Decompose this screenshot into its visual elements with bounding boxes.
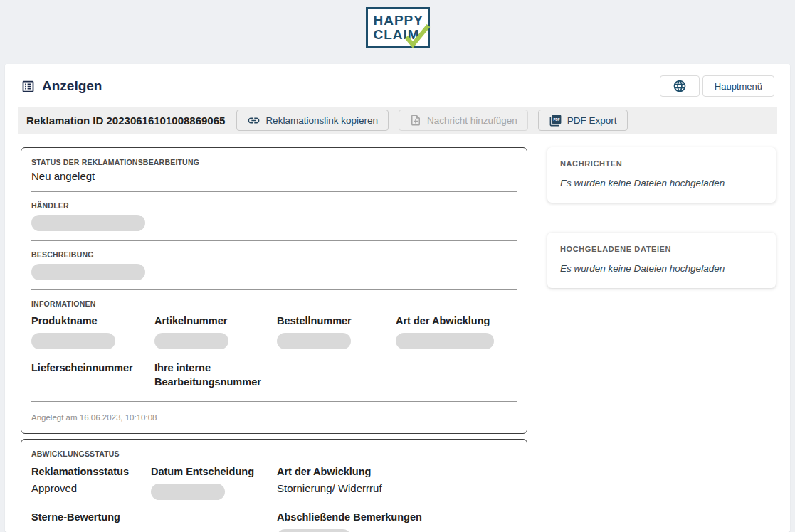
haendler-label: HÄNDLER (31, 201, 517, 210)
title-row: Anzeigen Hauptmenü (13, 74, 782, 107)
abwicklung-art-value: Stornierung/ Widerrruf (277, 482, 517, 494)
globe-icon (673, 79, 687, 93)
claim-details-column: STATUS DER REKLAMATIONSBEARBEITUNG Neu a… (21, 147, 527, 532)
reklamationsstatus-field: Reklamationsstatus Approved (31, 464, 151, 500)
produktname-redacted-value (31, 333, 115, 349)
art-der-abwicklung-redacted-value (396, 333, 494, 349)
abwicklungsstatus-label: ABWICKLUNGSSTATUS (31, 449, 517, 458)
claim-id: Reklamation ID 20230616101008869065 (26, 115, 225, 127)
page-title: Anzeigen (42, 78, 102, 94)
artikelnummer-label: Artikelnummer (154, 314, 267, 328)
datum-entscheidung-field: Datum Entscheidung (151, 464, 277, 500)
language-globe-button[interactable] (660, 75, 700, 97)
lieferscheinnummer-label: Lieferscheinnummer (31, 361, 154, 375)
nachrichten-title: NACHRICHTEN (560, 159, 763, 168)
divider (31, 289, 517, 290)
sidebar: NACHRICHTEN Es wurden keine Dateien hoch… (547, 147, 776, 532)
status-value: Neu angelegt (31, 170, 517, 182)
note-add-icon (409, 114, 422, 127)
content-row: STATUS DER REKLAMATIONSBEARBEITUNG Neu a… (21, 147, 777, 532)
add-message-button[interactable]: Nachricht hinzufügen (399, 110, 528, 131)
happy-claim-logo: HAPPY CLAIM (366, 7, 430, 48)
main-content-card: Anzeigen Hauptmenü Reklamation ID 202306… (5, 64, 790, 532)
bestellnummer-field: Bestellnummer (277, 314, 396, 349)
hochgeladene-dateien-card: HOCHGELADENE DATEIEN Es wurden keine Dat… (547, 233, 776, 288)
divider (31, 240, 517, 241)
claim-details-panel: STATUS DER REKLAMATIONSBEARBEITUNG Neu a… (21, 147, 527, 434)
sterne-bewertung-field: Sterne-Bewertung (31, 510, 277, 532)
copy-claim-link-label: Reklamationslink kopieren (265, 115, 378, 126)
abwicklung-art-label: Art der Abwicklung (277, 464, 517, 479)
list-alt-icon (21, 79, 36, 94)
bestellnummer-label: Bestellnummer (277, 314, 386, 328)
produktname-field: Produktname (31, 314, 154, 349)
art-der-abwicklung-label: Art der Abwicklung (396, 314, 507, 328)
top-header: HAPPY CLAIM (0, 0, 795, 64)
interne-nummer-field: Ihre interne Bearbeitungsnummer (154, 361, 517, 392)
lieferscheinnummer-field: Lieferscheinnummer (31, 361, 154, 392)
artikelnummer-field: Artikelnummer (154, 314, 277, 349)
hochgeladene-dateien-title: HOCHGELADENE DATEIEN (560, 245, 763, 253)
informationen-section: INFORMATIONEN Produktname Artikelnummer … (31, 299, 517, 392)
pdf-icon: PDF (549, 114, 562, 127)
logo-checkmark-icon (402, 23, 431, 48)
nachrichten-card: NACHRICHTEN Es wurden keine Dateien hoch… (547, 147, 776, 203)
beschreibung-field: BESCHREIBUNG (31, 250, 517, 280)
link-icon (247, 114, 260, 127)
abwicklung-art-field: Art der Abwicklung Stornierung/ Widerrru… (277, 464, 517, 500)
pdf-export-button[interactable]: PDF PDF Export (538, 110, 628, 131)
hochgeladene-dateien-empty-text: Es wurden keine Dateien hochgeladen (560, 263, 763, 274)
status-label: STATUS DER REKLAMATIONSBEARBEITUNG (31, 158, 517, 166)
haendler-redacted-value (31, 215, 145, 231)
datum-entscheidung-label: Datum Entscheidung (151, 464, 277, 479)
reklamationsstatus-value: Approved (31, 482, 151, 494)
bemerkungen-redacted-value (277, 529, 351, 532)
art-der-abwicklung-field: Art der Abwicklung (396, 314, 517, 349)
status-field: STATUS DER REKLAMATIONSBEARBEITUNG Neu a… (31, 158, 517, 182)
bemerkungen-label: Abschließende Bemerkungen (277, 510, 517, 524)
svg-text:PDF: PDF (553, 118, 559, 122)
claim-id-bar: Reklamation ID 20230616101008869065 Rekl… (18, 107, 777, 134)
divider (31, 191, 517, 192)
reklamationsstatus-label: Reklamationsstatus (31, 464, 151, 479)
produktname-label: Produktname (31, 314, 144, 328)
beschreibung-label: BESCHREIBUNG (31, 250, 517, 259)
copy-claim-link-button[interactable]: Reklamationslink kopieren (236, 110, 389, 131)
add-message-label: Nachricht hinzufügen (427, 115, 517, 126)
informationen-label: INFORMATIONEN (31, 299, 517, 308)
interne-nummer-label: Ihre interne Bearbeitungsnummer (154, 361, 268, 389)
divider (31, 401, 517, 402)
artikelnummer-redacted-value (154, 333, 228, 349)
pdf-export-label: PDF Export (567, 115, 617, 126)
haendler-field: HÄNDLER (31, 201, 517, 231)
datum-entscheidung-redacted-value (151, 484, 225, 500)
main-menu-button[interactable]: Hauptmenü (702, 75, 774, 97)
nachrichten-empty-text: Es wurden keine Dateien hochgeladen (560, 178, 763, 188)
abwicklungsstatus-panel: ABWICKLUNGSSTATUS Reklamationsstatus App… (21, 439, 527, 532)
bestellnummer-redacted-value (277, 333, 351, 349)
beschreibung-redacted-value (31, 264, 145, 280)
bemerkungen-field: Abschließende Bemerkungen (277, 510, 517, 532)
created-at-text: Angelegt am 16.06.2023, 10:10:08 (31, 411, 517, 426)
sterne-bewertung-label: Sterne-Bewertung (31, 510, 277, 524)
